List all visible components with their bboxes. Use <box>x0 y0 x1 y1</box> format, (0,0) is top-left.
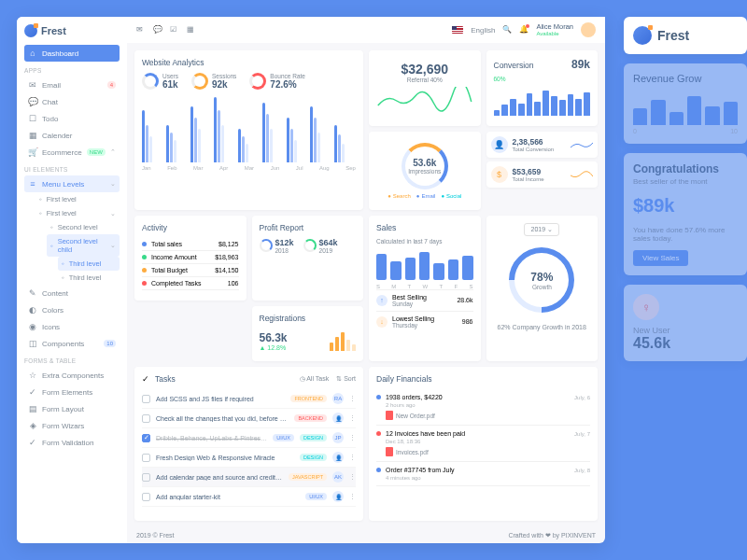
nav-ecommerce[interactable]: 🛒EcommerceNEW⌃ <box>24 144 120 161</box>
nav-first-level-2[interactable]: ◦First level⌄ <box>35 206 120 220</box>
view-sales-button[interactable]: View Sales <box>633 250 688 266</box>
task-row[interactable]: Add angular starter-kitUI/UX👤⋮ <box>142 487 356 507</box>
footer-left: 2019 © Frest <box>136 532 175 539</box>
checkbox[interactable] <box>142 473 150 482</box>
nav-form-wizard[interactable]: ◈Form Wizars <box>24 417 120 434</box>
chat-icon[interactable]: 💬 <box>153 25 162 35</box>
more-icon[interactable]: ⋮ <box>349 473 356 481</box>
nav-form-validation[interactable]: ✓Form Validation <box>24 434 120 451</box>
nav-first-level[interactable]: ◦First level <box>35 192 120 206</box>
checkbox[interactable] <box>142 434 150 442</box>
nav-todo[interactable]: ☐Todo <box>24 110 120 127</box>
more-icon[interactable]: ⋮ <box>349 454 356 461</box>
nav-label: Third level <box>69 273 102 282</box>
mail-icon[interactable]: ✉ <box>136 25 146 35</box>
card-profit: Profit Report $12k2018 $64k2019 <box>252 216 364 301</box>
nav-third-level-2[interactable]: ◦Third level <box>58 271 120 285</box>
more-icon[interactable]: ⋮ <box>349 493 356 500</box>
more-icon[interactable]: ⋮ <box>349 395 356 402</box>
nav-label: Form Wizars <box>42 422 84 430</box>
card-brand: Frest <box>624 17 747 54</box>
logo-icon <box>633 26 652 45</box>
referral-label: Referral 40% <box>407 77 443 83</box>
nav-email[interactable]: ✉Email4 <box>24 77 120 93</box>
chat-icon: 💬 <box>28 97 37 106</box>
task-row[interactable]: Add SCSS and JS files if requiredFRONTEN… <box>142 389 356 409</box>
nav-colors[interactable]: ◐Colors <box>24 301 120 318</box>
language-selector[interactable]: English <box>471 26 495 35</box>
checkbox[interactable] <box>142 454 150 462</box>
donut-icon <box>249 73 266 90</box>
footer: 2019 © Frest Crafted with ❤ by PIXINVENT <box>127 528 605 543</box>
nav-label: Second level <box>58 223 98 231</box>
nav-label: Todo <box>42 115 58 123</box>
user-info[interactable]: Alice Moran Available <box>536 23 573 36</box>
pdf-icon <box>386 447 393 456</box>
task-row[interactable]: Add calendar page and source and credit … <box>142 468 356 487</box>
nav-second-child[interactable]: ◦Second level child⌄ <box>47 234 120 257</box>
nav-label: Form Validation <box>42 439 93 447</box>
calendar-icon[interactable]: ▦ <box>187 25 196 35</box>
nav-second-level[interactable]: ◦Second level <box>47 220 120 234</box>
bell-icon[interactable]: 🔔 <box>519 25 529 35</box>
nav-third-level[interactable]: ◦Third level <box>58 257 120 271</box>
check-icon[interactable]: ☑ <box>170 25 179 35</box>
nav-label: Email <box>42 81 61 90</box>
stat-conversion: 👤2,38,566Total Conversion <box>486 132 599 158</box>
user-icon: ♀ <box>633 294 659 320</box>
stat-sessions: Sessions92k <box>191 73 236 90</box>
more-icon[interactable]: ⋮ <box>349 414 356 422</box>
pdf-icon <box>386 411 393 420</box>
checkbox[interactable] <box>142 414 150 423</box>
dollar-icon: $ <box>491 166 508 183</box>
nav-icons[interactable]: ◉Icons <box>24 318 120 335</box>
badge: 4 <box>107 81 116 89</box>
stat-income: $$53,659Total Income <box>486 161 599 188</box>
checkbox[interactable] <box>142 493 150 501</box>
task-row[interactable]: Fresh Design Web & Responsive MiracleDES… <box>142 448 356 468</box>
card-title: Website Analytics <box>142 58 356 67</box>
donut-chart: 53.6kImpressions <box>402 143 448 189</box>
section-forms: FORMS & TABLE <box>24 357 120 364</box>
brand-logo[interactable]: Frest <box>24 24 120 37</box>
more-icon[interactable]: ⋮ <box>349 434 356 441</box>
nav-extra[interactable]: ☆Extra Components <box>24 367 120 384</box>
section-apps: APPS <box>24 67 120 74</box>
nav-form-layout[interactable]: ▤Form Layout <box>24 400 120 417</box>
nav-menu-levels[interactable]: ≡Menu Levels⌄ <box>24 175 120 192</box>
content-grid: Website Analytics Users61k Sessions92k B… <box>127 43 605 528</box>
nav-dashboard[interactable]: ⌂Dashboard <box>24 45 120 62</box>
footer-right: Crafted with ❤ by PIXINVENT <box>508 532 596 539</box>
stat-bounce: Bounce Rate72.6% <box>249 73 305 90</box>
donut-icon <box>191 73 208 90</box>
nav-label: First level <box>47 209 77 217</box>
checkbox[interactable] <box>142 395 150 403</box>
down-icon: ↓ <box>376 316 388 328</box>
user-name: Alice Moran <box>536 23 573 31</box>
avatar[interactable] <box>581 22 596 37</box>
card-revenue: Revenue Grow 010 <box>624 63 747 144</box>
main-panel: ✉ 💬 ☑ ▦ English 🔍 🔔 Alice Moran Availabl… <box>127 17 605 543</box>
task-row[interactable]: Check all the changes that you did, befo… <box>142 409 356 428</box>
nav-label: First level <box>47 195 77 203</box>
nav-content[interactable]: ✎Content <box>24 285 120 301</box>
side-cards: Frest Revenue Grow 010 Congratulations B… <box>624 17 747 361</box>
search-icon[interactable]: 🔍 <box>502 25 512 35</box>
filter-all[interactable]: ◷ All Task <box>300 375 330 383</box>
nav-calendar[interactable]: ▦Calender <box>24 127 120 144</box>
card-activity: Activity Total sales$8,125Income Amount$… <box>134 216 247 301</box>
card-registrations: Registrations 56.3k▲ 12.8% <box>252 306 364 361</box>
layout-icon: ▤ <box>28 404 37 413</box>
nav-form-elements[interactable]: ✓Form Elements <box>24 384 120 400</box>
nav-chat[interactable]: 💬Chat <box>24 93 120 110</box>
filter-sort[interactable]: ⇅ Sort <box>336 375 356 383</box>
chevron-down-icon: ⌄ <box>110 242 116 249</box>
nav-components[interactable]: ◫Components10 <box>24 335 120 352</box>
task-row[interactable]: Dribble, Behance, UpLabs & Pintrest Post… <box>142 428 356 448</box>
user-icon: 👤 <box>491 136 508 153</box>
check-icon: ✓ <box>28 387 37 397</box>
up-icon: ↑ <box>376 295 388 306</box>
nav-label: Colors <box>42 306 63 315</box>
year-selector[interactable]: 2019 ⌄ <box>524 223 559 236</box>
card-new-user: ♀ New User 45.6k <box>624 285 747 361</box>
